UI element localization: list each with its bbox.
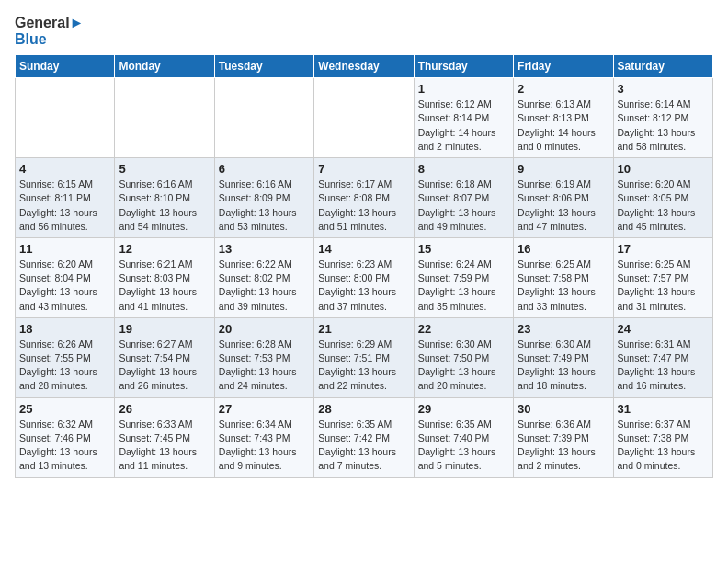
calendar-cell: 25Sunrise: 6:32 AM Sunset: 7:46 PM Dayli…: [16, 397, 115, 477]
day-info: Sunrise: 6:20 AM Sunset: 8:04 PM Dayligh…: [19, 258, 110, 314]
day-number: 28: [318, 402, 409, 416]
day-number: 4: [19, 162, 110, 176]
day-info: Sunrise: 6:21 AM Sunset: 8:03 PM Dayligh…: [119, 258, 210, 314]
day-info: Sunrise: 6:24 AM Sunset: 7:59 PM Dayligh…: [418, 258, 509, 314]
day-info: Sunrise: 6:27 AM Sunset: 7:54 PM Dayligh…: [119, 338, 210, 394]
calendar-cell: [16, 78, 115, 158]
day-info: Sunrise: 6:30 AM Sunset: 7:49 PM Dayligh…: [518, 338, 609, 394]
calendar-cell: 30Sunrise: 6:36 AM Sunset: 7:39 PM Dayli…: [514, 397, 613, 477]
day-info: Sunrise: 6:13 AM Sunset: 8:13 PM Dayligh…: [518, 98, 609, 154]
day-info: Sunrise: 6:20 AM Sunset: 8:05 PM Dayligh…: [618, 178, 709, 234]
day-number: 6: [219, 162, 310, 176]
column-header-monday: Monday: [115, 55, 214, 78]
day-number: 25: [19, 402, 110, 416]
day-info: Sunrise: 6:29 AM Sunset: 7:51 PM Dayligh…: [318, 338, 409, 394]
column-header-wednesday: Wednesday: [314, 55, 414, 78]
calendar-cell: 16Sunrise: 6:25 AM Sunset: 7:58 PM Dayli…: [514, 237, 613, 317]
day-number: 31: [618, 402, 709, 416]
calendar-cell: 20Sunrise: 6:28 AM Sunset: 7:53 PM Dayli…: [214, 317, 313, 397]
day-number: 23: [518, 322, 609, 336]
calendar-cell: [115, 78, 214, 158]
day-number: 9: [518, 162, 609, 176]
day-info: Sunrise: 6:19 AM Sunset: 8:06 PM Dayligh…: [518, 178, 609, 234]
day-number: 19: [119, 322, 210, 336]
calendar-cell: 8Sunrise: 6:18 AM Sunset: 8:07 PM Daylig…: [414, 158, 513, 238]
day-info: Sunrise: 6:14 AM Sunset: 8:12 PM Dayligh…: [618, 98, 709, 154]
day-number: 12: [119, 242, 210, 256]
calendar-cell: 27Sunrise: 6:34 AM Sunset: 7:43 PM Dayli…: [214, 397, 313, 477]
page-header: General► Blue: [15, 15, 713, 47]
day-number: 26: [119, 402, 210, 416]
day-info: Sunrise: 6:35 AM Sunset: 7:40 PM Dayligh…: [418, 418, 509, 474]
day-info: Sunrise: 6:34 AM Sunset: 7:43 PM Dayligh…: [219, 418, 310, 474]
day-number: 22: [418, 322, 509, 336]
calendar-cell: 6Sunrise: 6:16 AM Sunset: 8:09 PM Daylig…: [214, 158, 313, 238]
day-info: Sunrise: 6:30 AM Sunset: 7:50 PM Dayligh…: [418, 338, 509, 394]
calendar-cell: [214, 78, 313, 158]
day-info: Sunrise: 6:33 AM Sunset: 7:45 PM Dayligh…: [119, 418, 210, 474]
calendar-cell: 5Sunrise: 6:16 AM Sunset: 8:10 PM Daylig…: [115, 158, 214, 238]
calendar-cell: 3Sunrise: 6:14 AM Sunset: 8:12 PM Daylig…: [613, 78, 712, 158]
day-info: Sunrise: 6:36 AM Sunset: 7:39 PM Dayligh…: [518, 418, 609, 474]
logo-general: General►: [15, 15, 84, 31]
day-info: Sunrise: 6:23 AM Sunset: 8:00 PM Dayligh…: [318, 258, 409, 314]
calendar-cell: 10Sunrise: 6:20 AM Sunset: 8:05 PM Dayli…: [613, 158, 712, 238]
day-info: Sunrise: 6:18 AM Sunset: 8:07 PM Dayligh…: [418, 178, 509, 234]
day-number: 1: [418, 82, 509, 96]
calendar-cell: 13Sunrise: 6:22 AM Sunset: 8:02 PM Dayli…: [214, 237, 313, 317]
calendar-cell: 22Sunrise: 6:30 AM Sunset: 7:50 PM Dayli…: [414, 317, 513, 397]
week-row-2: 4Sunrise: 6:15 AM Sunset: 8:11 PM Daylig…: [16, 158, 713, 238]
day-number: 7: [318, 162, 409, 176]
calendar-cell: 12Sunrise: 6:21 AM Sunset: 8:03 PM Dayli…: [115, 237, 214, 317]
header-row: SundayMondayTuesdayWednesdayThursdayFrid…: [16, 55, 713, 78]
day-number: 14: [318, 242, 409, 256]
column-header-friday: Friday: [514, 55, 613, 78]
calendar-cell: 18Sunrise: 6:26 AM Sunset: 7:55 PM Dayli…: [16, 317, 115, 397]
day-number: 8: [418, 162, 509, 176]
calendar-cell: 19Sunrise: 6:27 AM Sunset: 7:54 PM Dayli…: [115, 317, 214, 397]
week-row-4: 18Sunrise: 6:26 AM Sunset: 7:55 PM Dayli…: [16, 317, 713, 397]
week-row-5: 25Sunrise: 6:32 AM Sunset: 7:46 PM Dayli…: [16, 397, 713, 477]
calendar-cell: 11Sunrise: 6:20 AM Sunset: 8:04 PM Dayli…: [16, 237, 115, 317]
day-number: 20: [219, 322, 310, 336]
day-number: 3: [618, 82, 709, 96]
day-info: Sunrise: 6:25 AM Sunset: 7:58 PM Dayligh…: [518, 258, 609, 314]
day-number: 18: [19, 322, 110, 336]
calendar-cell: 26Sunrise: 6:33 AM Sunset: 7:45 PM Dayli…: [115, 397, 214, 477]
calendar-cell: 21Sunrise: 6:29 AM Sunset: 7:51 PM Dayli…: [314, 317, 414, 397]
day-number: 21: [318, 322, 409, 336]
day-info: Sunrise: 6:12 AM Sunset: 8:14 PM Dayligh…: [418, 98, 509, 154]
calendar-cell: 9Sunrise: 6:19 AM Sunset: 8:06 PM Daylig…: [514, 158, 613, 238]
day-number: 5: [119, 162, 210, 176]
day-info: Sunrise: 6:22 AM Sunset: 8:02 PM Dayligh…: [219, 258, 310, 314]
day-info: Sunrise: 6:35 AM Sunset: 7:42 PM Dayligh…: [318, 418, 409, 474]
day-number: 11: [19, 242, 110, 256]
calendar-cell: 29Sunrise: 6:35 AM Sunset: 7:40 PM Dayli…: [414, 397, 513, 477]
day-info: Sunrise: 6:25 AM Sunset: 7:57 PM Dayligh…: [618, 258, 709, 314]
day-number: 2: [518, 82, 609, 96]
calendar-cell: 4Sunrise: 6:15 AM Sunset: 8:11 PM Daylig…: [16, 158, 115, 238]
calendar-cell: 28Sunrise: 6:35 AM Sunset: 7:42 PM Dayli…: [314, 397, 414, 477]
day-info: Sunrise: 6:26 AM Sunset: 7:55 PM Dayligh…: [19, 338, 110, 394]
day-number: 15: [418, 242, 509, 256]
calendar-cell: 14Sunrise: 6:23 AM Sunset: 8:00 PM Dayli…: [314, 237, 414, 317]
day-number: 27: [219, 402, 310, 416]
day-info: Sunrise: 6:31 AM Sunset: 7:47 PM Dayligh…: [618, 338, 709, 394]
column-header-thursday: Thursday: [414, 55, 513, 78]
calendar-cell: 31Sunrise: 6:37 AM Sunset: 7:38 PM Dayli…: [613, 397, 712, 477]
logo-blue: Blue: [15, 31, 84, 48]
calendar-cell: 1Sunrise: 6:12 AM Sunset: 8:14 PM Daylig…: [414, 78, 513, 158]
day-number: 17: [618, 242, 709, 256]
day-number: 10: [618, 162, 709, 176]
day-info: Sunrise: 6:32 AM Sunset: 7:46 PM Dayligh…: [19, 418, 110, 474]
day-number: 16: [518, 242, 609, 256]
calendar-table: SundayMondayTuesdayWednesdayThursdayFrid…: [15, 54, 713, 477]
day-info: Sunrise: 6:16 AM Sunset: 8:09 PM Dayligh…: [219, 178, 310, 234]
column-header-tuesday: Tuesday: [214, 55, 313, 78]
day-info: Sunrise: 6:37 AM Sunset: 7:38 PM Dayligh…: [618, 418, 709, 474]
day-number: 29: [418, 402, 509, 416]
calendar-cell: 17Sunrise: 6:25 AM Sunset: 7:57 PM Dayli…: [613, 237, 712, 317]
logo: General► Blue: [15, 15, 84, 47]
calendar-cell: 24Sunrise: 6:31 AM Sunset: 7:47 PM Dayli…: [613, 317, 712, 397]
day-number: 13: [219, 242, 310, 256]
